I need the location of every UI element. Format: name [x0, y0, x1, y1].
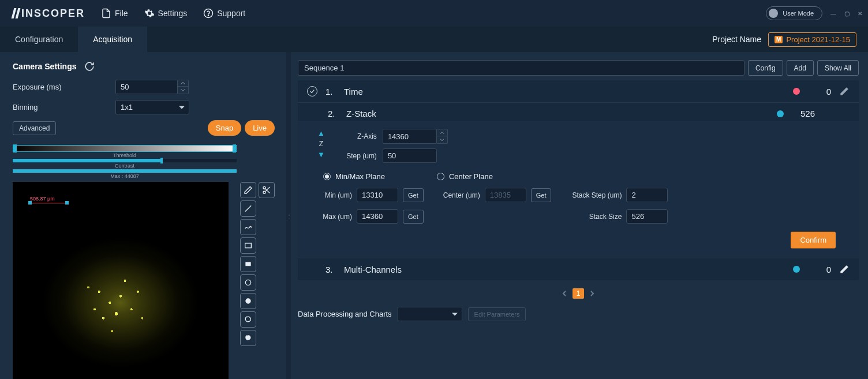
support-label: Support	[217, 9, 245, 18]
exposure-label: Exposure (ms)	[13, 83, 115, 91]
microscope-preview[interactable]: 508.87 µm	[13, 182, 229, 379]
min-input[interactable]	[357, 188, 398, 202]
confirm-button[interactable]: Confirm	[791, 232, 836, 248]
minimize-icon[interactable]: —	[830, 10, 836, 17]
max-label: Max : 44087	[13, 173, 237, 179]
svg-point-2	[263, 187, 265, 189]
sequence-panel: Config Add Show All 1. Time 0 2. Z-Stack…	[291, 52, 868, 379]
contrast-slider[interactable]	[13, 159, 237, 162]
dp-label: Data Processing and Charts	[298, 310, 392, 318]
step2-name: Z-Stack	[346, 109, 769, 118]
project-label: Project Name	[712, 35, 761, 44]
exposure-down[interactable]	[178, 87, 188, 93]
scissors-tool[interactable]	[259, 182, 275, 198]
logo: INSCOPER	[13, 8, 85, 20]
threshold-label: Threshold	[13, 153, 237, 158]
minmax-radio[interactable]: Min/Max Plane	[323, 172, 385, 181]
exposure-up[interactable]	[178, 80, 188, 87]
sequence-name-input[interactable]	[298, 60, 744, 76]
z-up-icon[interactable]: ▲	[317, 129, 325, 138]
rect-outline-tool[interactable]	[240, 237, 256, 254]
close-icon[interactable]: ✕	[858, 10, 862, 17]
pager-page[interactable]: 1	[573, 288, 585, 299]
center-get-button[interactable]: Get	[531, 188, 552, 202]
live-button[interactable]: Live	[245, 120, 275, 136]
svg-line-6	[245, 206, 252, 212]
blob-fill-tool[interactable]	[240, 330, 256, 346]
add-button[interactable]: Add	[787, 60, 814, 76]
toggle-knob	[769, 9, 778, 18]
svg-point-9	[245, 280, 250, 285]
stacksize-label: Stack Size	[568, 213, 622, 221]
dp-select[interactable]	[398, 307, 462, 321]
z-down-icon[interactable]: ▼	[317, 150, 325, 159]
camera-settings-title: Camera Settings	[13, 62, 76, 71]
center-radio[interactable]: Center Plane	[437, 172, 493, 181]
project-field[interactable]: M Project 2021-12-15	[768, 32, 856, 47]
exposure-input[interactable]	[115, 80, 178, 94]
circle-fill-tool[interactable]	[240, 293, 256, 309]
step1-dot	[793, 88, 800, 95]
max-get-button[interactable]: Get	[403, 210, 424, 224]
support-menu[interactable]: Support	[203, 8, 245, 18]
pager-prev-icon[interactable]	[561, 290, 568, 297]
settings-label: Settings	[158, 9, 188, 18]
zaxis-down[interactable]	[437, 136, 447, 143]
panel-divider[interactable]: ⋮	[286, 52, 291, 379]
threshold-slider[interactable]	[13, 145, 237, 152]
min-label: Min (um)	[320, 191, 352, 199]
step1-edit-icon[interactable]	[839, 86, 850, 96]
min-get-button[interactable]: Get	[403, 188, 424, 202]
step-input[interactable]	[383, 148, 437, 163]
circle-outline-tool[interactable]	[240, 274, 256, 291]
snap-button[interactable]: Snap	[208, 120, 241, 136]
freehand-tool[interactable]	[240, 219, 256, 235]
step2-count: 526	[792, 109, 815, 118]
tab-acquisition[interactable]: Acquisition	[78, 27, 147, 52]
tab-configuration[interactable]: Configuration	[0, 27, 78, 52]
stackstep-input[interactable]	[626, 188, 668, 202]
step-zstack-header: 2. Z-Stack 526	[298, 103, 859, 121]
pager: 1	[298, 288, 859, 299]
showall-button[interactable]: Show All	[817, 60, 859, 76]
max-input[interactable]	[357, 209, 398, 224]
file-icon	[101, 8, 111, 18]
stacksize-input[interactable]	[626, 209, 668, 224]
scale-overlay: 508.87 µm	[30, 196, 67, 203]
refresh-icon[interactable]	[84, 61, 95, 72]
center-um-label: Center (um)	[441, 191, 480, 199]
binning-label: Binning	[13, 103, 115, 112]
usermode-label: User Mode	[783, 10, 814, 17]
scale-value: 508.87 µm	[30, 196, 55, 202]
zaxis-input[interactable]	[383, 129, 437, 144]
svg-point-3	[263, 191, 265, 194]
step3-edit-icon[interactable]	[839, 264, 850, 274]
binning-select[interactable]: 1x1	[115, 100, 189, 114]
line-tool[interactable]	[240, 200, 256, 217]
advanced-button[interactable]: Advanced	[13, 121, 56, 135]
step2-dot	[777, 110, 784, 117]
file-menu[interactable]: File	[101, 8, 128, 18]
zaxis-up[interactable]	[437, 129, 447, 136]
settings-menu[interactable]: Settings	[144, 8, 188, 18]
step-multichannels-row[interactable]: 3. Multi-Channels 0	[298, 258, 859, 280]
edit-parameters-button[interactable]: Edit Parameters	[468, 307, 526, 321]
step3-count: 0	[808, 265, 831, 274]
step3-num: 3.	[326, 265, 336, 274]
logo-text: INSCOPER	[21, 8, 85, 20]
svg-rect-8	[245, 262, 250, 266]
project-tag: M	[775, 36, 783, 43]
rect-fill-tool[interactable]	[240, 256, 256, 272]
config-button[interactable]: Config	[748, 60, 783, 76]
center-label: Center Plane	[449, 172, 493, 181]
camera-panel: Camera Settings Exposure (ms) Binning 1x…	[0, 52, 286, 379]
step-time-check[interactable]	[307, 86, 317, 96]
pager-next-icon[interactable]	[589, 290, 596, 297]
svg-point-10	[245, 298, 250, 303]
blob-outline-tool[interactable]	[240, 311, 256, 328]
usermode-toggle[interactable]: User Mode	[766, 6, 822, 20]
step1-count: 0	[808, 87, 831, 96]
step-time-row[interactable]: 1. Time 0	[298, 80, 859, 103]
pencil-tool[interactable]	[240, 182, 256, 198]
maximize-icon[interactable]: ▢	[844, 10, 850, 17]
